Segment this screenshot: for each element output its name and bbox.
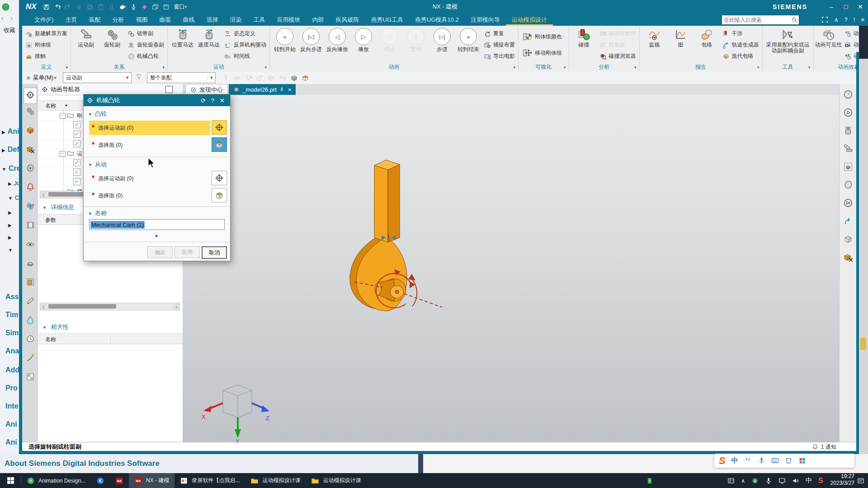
menu-tab-7[interactable]: 曲线 xyxy=(177,14,201,26)
ribbon-button[interactable]: 齿轮齿条副 xyxy=(126,39,165,51)
ribbon-button[interactable]: 位置马达 xyxy=(170,27,196,48)
selection-row[interactable]: *选择面 (0) xyxy=(89,138,210,152)
tree-expander[interactable]: − xyxy=(60,113,66,119)
menu-tab-1[interactable]: 文件(F) xyxy=(28,14,60,26)
volume-tray-icon[interactable] xyxy=(792,477,799,484)
droplet-icon[interactable] xyxy=(26,315,35,326)
shaded-cube-button[interactable] xyxy=(290,74,298,82)
play-circle-icon[interactable] xyxy=(843,108,853,119)
reset-icon[interactable]: ⟳ xyxy=(201,97,206,104)
cam-mechanism-model[interactable] xyxy=(344,149,470,330)
help-circle-icon[interactable]: ? xyxy=(843,89,853,101)
dialog-section-header[interactable]: ▼从动 xyxy=(88,160,107,169)
menu-tab-6[interactable]: 曲面 xyxy=(154,14,177,26)
wireframe-cube-button[interactable] xyxy=(302,74,309,82)
ime-mode-icon[interactable]: 中 xyxy=(731,456,738,465)
selection-joint-select-button[interactable] xyxy=(212,120,227,135)
checkbox-checked[interactable]: ✓ xyxy=(73,140,80,147)
battery-tray-icon[interactable] xyxy=(646,477,653,484)
animation-navigator-icon[interactable] xyxy=(24,88,37,104)
close-icon[interactable]: ✕ xyxy=(220,97,225,104)
group-dialog-launcher[interactable]: ▾ xyxy=(757,65,760,70)
search-icon[interactable] xyxy=(791,17,797,23)
search-input[interactable] xyxy=(722,17,791,23)
ime-cn-label[interactable]: 中 xyxy=(806,477,812,485)
taskbar-item[interactable]: 录屏软件【点我启... xyxy=(175,473,245,488)
display-tray-icon[interactable] xyxy=(778,477,786,484)
alert-bell-icon[interactable] xyxy=(26,183,35,193)
start-button[interactable] xyxy=(0,473,21,488)
stage-icon[interactable] xyxy=(26,258,35,269)
ribbon-button[interactable]: »转到结束 xyxy=(455,27,481,52)
group-dialog-launcher[interactable]: ▾ xyxy=(564,65,566,70)
ribbon-button[interactable]: 碰撞浏览器 xyxy=(598,51,637,62)
details-section-header[interactable]: ▼ 详细信息 xyxy=(42,203,75,211)
menu-icon[interactable]: ≡ xyxy=(861,17,864,23)
cancel-button[interactable]: 取消 xyxy=(202,246,227,259)
favorites-tab[interactable]: 收藏 xyxy=(4,26,15,34)
dialog-section-header[interactable]: ▼凸轮 xyxy=(88,110,107,118)
ribbon-button[interactable]: 动画可见性 xyxy=(816,27,842,48)
color-brush-icon[interactable] xyxy=(26,353,35,364)
cascade-windows-button[interactable] xyxy=(152,4,159,10)
document-tab[interactable]: _model26.prt× xyxy=(229,84,296,95)
widgets-tray-icon[interactable] xyxy=(727,477,735,484)
tag-button[interactable] xyxy=(141,4,148,10)
cam-profile-icon[interactable] xyxy=(26,164,35,174)
machine-navigator-icon[interactable] xyxy=(26,107,35,117)
help-icon[interactable]: ? xyxy=(844,17,848,23)
collapse-ribbon-icon[interactable]: ∧ xyxy=(834,17,839,23)
ribbon-button[interactable]: 包络 xyxy=(694,27,720,48)
details-hscrollbar[interactable]: ‹ › xyxy=(40,303,180,310)
clock-icon[interactable] xyxy=(26,334,35,345)
ribbon-button[interactable]: 重复 xyxy=(482,28,516,39)
pen-icon[interactable] xyxy=(26,296,35,307)
return-arrow-icon[interactable] xyxy=(843,216,853,228)
ribbon-button[interactable]: 时间线 xyxy=(223,51,268,62)
ribbon-button[interactable]: 轨迹生成器 xyxy=(721,39,760,51)
checkbox-checked[interactable]: ✓ xyxy=(73,178,80,185)
scroll-right-icon[interactable]: › xyxy=(173,303,179,310)
ribbon-button[interactable]: 监视 xyxy=(642,27,668,48)
minimize-button[interactable]: – xyxy=(827,3,835,10)
rigid-body-excluded-icon[interactable] xyxy=(26,145,35,155)
sketch-panel-icon[interactable] xyxy=(26,277,35,288)
mic-tray-icon[interactable] xyxy=(765,477,772,484)
visibility-eye-icon[interactable] xyxy=(26,239,35,250)
maximize-button[interactable]: □ xyxy=(842,3,850,10)
menu-tab-8[interactable]: 选择 xyxy=(201,14,224,26)
sogou-tray-icon[interactable]: S xyxy=(818,477,823,485)
rigid-body-excluded-icon[interactable] xyxy=(843,252,853,264)
menu-tab-3[interactable]: 装配 xyxy=(83,14,107,26)
pin-icon[interactable] xyxy=(279,87,284,92)
taskbar-clock[interactable]: 19:27 2023/3/27 xyxy=(830,473,854,488)
checkbox-checked[interactable]: ✓ xyxy=(73,159,80,166)
punctuation-icon[interactable] xyxy=(744,457,752,465)
ribbon-button[interactable]: 捕捉布置 xyxy=(482,39,516,51)
taskbar-item[interactable]: 运动模拟设计课 xyxy=(245,473,306,488)
rigid-body-box-icon[interactable] xyxy=(843,162,853,174)
toolbox-grid-icon[interactable] xyxy=(798,457,806,465)
fullscreen-icon[interactable] xyxy=(821,16,828,23)
ribbon-button[interactable]: 干涉 xyxy=(721,28,760,39)
selection-row[interactable]: *选择运动副 (0) xyxy=(89,171,210,186)
voice-input-icon[interactable] xyxy=(758,457,765,465)
block-3d-icon[interactable] xyxy=(843,234,853,246)
ribbon-button[interactable]: 迭代包络 xyxy=(721,51,760,62)
rigid-body-icon[interactable] xyxy=(26,126,35,136)
close-icon[interactable]: × xyxy=(288,86,292,93)
alert-icon[interactable]: ! xyxy=(854,17,855,23)
dialog-titlebar[interactable]: 机械凸轮 ⟳ ? ✕ xyxy=(84,94,230,106)
microphone-button[interactable] xyxy=(130,4,137,10)
ribbon-button[interactable]: 采用装配约束或运动副和耦合副 xyxy=(764,27,811,54)
checkbox-checked[interactable]: ✓ xyxy=(73,169,80,176)
selection-scope-select[interactable]: 整个装配 ▼ xyxy=(147,72,216,83)
selection-filter-icon[interactable] xyxy=(135,73,142,80)
close-button[interactable]: ✕ xyxy=(856,3,864,10)
ribbon-button[interactable]: 刚体组颜色▾ xyxy=(520,28,567,45)
selection-filter-icon[interactable] xyxy=(135,73,142,82)
checker-icon[interactable] xyxy=(26,372,35,383)
touch-pebble-button[interactable]: ▾ xyxy=(119,4,126,10)
group-dialog-launcher[interactable]: ▾ xyxy=(66,65,68,70)
menu-tab-4[interactable]: 分析 xyxy=(107,14,130,26)
